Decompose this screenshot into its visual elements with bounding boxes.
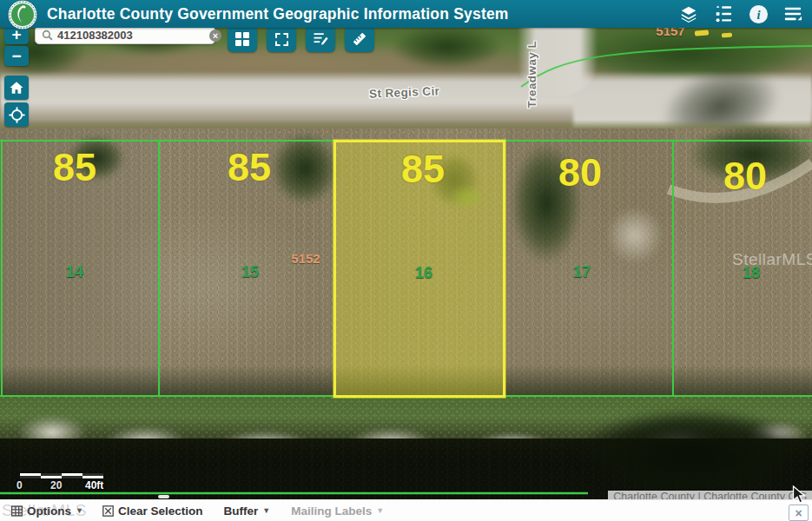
select-by-rectangle-button[interactable] [267,26,296,52]
parcel-id-label: 5152 [275,252,336,265]
mailing-labels-menu-button[interactable]: Mailing Labels ▼ [291,505,384,518]
clear-selection-button[interactable]: Clear Selection [102,505,203,518]
buffer-menu-button[interactable]: Buffer ▼ [223,505,270,518]
my-location-button[interactable] [4,102,29,127]
app-header: Charlotte County Government Geographic I… [0,0,812,28]
measure-button[interactable] [345,26,374,52]
mailing-labels-label: Mailing Labels [291,505,372,518]
legend-list-icon[interactable] [713,3,734,24]
select-rectangle-icon [275,33,288,46]
chevron-down-icon: ▼ [376,506,384,515]
stellar-mls-watermark: StellarMLS [732,250,812,269]
aerial-map-canvas[interactable]: 85 85 85 80 80 14 15 16 17 18 5152 5157 … [0,0,812,499]
parcel-width-label: 85 [375,149,471,188]
scale-tick: 40ft [85,479,103,491]
basemap-grid-icon [235,32,249,46]
search-box: × [35,26,215,44]
locate-crosshair-icon [9,107,25,123]
buffer-label: Buffer [223,505,258,518]
scale-tick: 20 [50,479,62,491]
options-menu-button[interactable]: Options ▼ [11,505,83,518]
minus-icon: − [11,47,21,66]
chevron-down-icon: ▼ [262,506,270,515]
clear-search-icon[interactable]: × [209,30,221,42]
selection-toolbar: Options ▼ Clear Selection Buffer ▼ Maili… [0,499,812,521]
clipped-label-fragment [695,30,709,36]
scale-tick: 0 [17,479,23,491]
parcel-width-label: 80 [697,156,793,195]
clear-selection-label: Clear Selection [118,505,203,518]
charlotte-county-seal-logo [7,0,38,30]
options-label: Options [27,505,71,518]
table-grid-icon [11,505,23,517]
edit-attribute-list-button[interactable] [306,26,335,52]
clipped-label-fragment [722,33,732,38]
gis-application-window: 85 85 85 80 80 14 15 16 17 18 5152 5157 … [0,0,812,521]
scrollbar-thumb[interactable] [158,495,169,498]
info-icon[interactable]: i [748,3,769,24]
clear-selection-icon [102,505,114,517]
measure-ruler-icon [351,30,368,48]
parcel-width-label: 80 [532,153,628,192]
parcel-width-label: 85 [27,148,122,187]
zoom-out-button[interactable]: − [4,46,29,66]
layers-icon[interactable] [678,3,699,24]
close-icon: × [795,506,802,520]
search-icon [42,30,53,41]
lot-number-label: 14 [49,264,101,280]
lot-number-label: 15 [224,264,276,280]
home-extent-button[interactable] [4,76,29,100]
scale-bar [20,473,103,478]
edit-list-icon [312,31,329,47]
menu-icon[interactable] [782,3,803,24]
parcel-width-label: 85 [201,148,297,187]
home-icon [9,80,24,96]
app-title: Charlotte County Government Geographic I… [47,5,509,23]
lot-number-label: 17 [556,264,608,280]
map-attribution: Charlotte County | Charlotte County GIS [608,491,812,499]
basemap-gallery-button[interactable] [228,26,257,52]
chevron-down-icon: ▼ [76,506,83,515]
svg-text:i: i [756,7,760,21]
lot-number-label: 16 [398,265,450,280]
close-panel-button[interactable]: × [789,505,809,521]
search-input[interactable] [57,29,209,42]
